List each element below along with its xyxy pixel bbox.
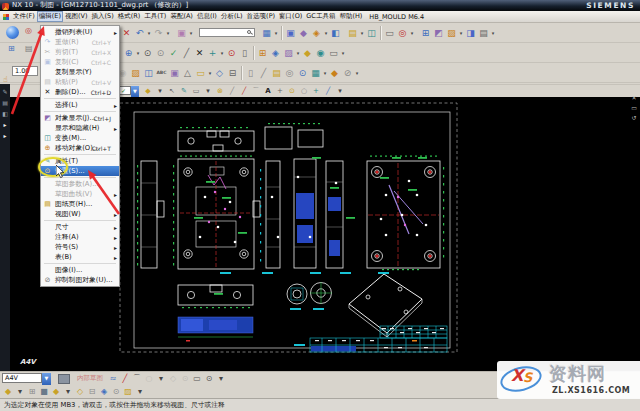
toolbar-icon[interactable]: ▣ [168,64,181,82]
custom-menu-label[interactable]: HB_MOULD M6.4 [369,13,424,21]
select-arrow-icon[interactable]: ↖ [166,85,178,97]
sphere-tool-icon[interactable] [6,26,19,39]
snap-circle-icon[interactable]: ○ [298,85,310,97]
snap-line-icon[interactable]: ╱ [322,85,334,97]
dropdown-arrow-icon[interactable]: ▾ [354,64,360,82]
toolbar-icon[interactable]: ⊙ [296,64,309,82]
edit-menu-item[interactable]: 符号(S)▸ [41,242,119,252]
edit-menu-item[interactable]: ⊕移动对象(O)...Ctrl+T [41,143,119,153]
grid-tool-icon[interactable]: ⊞ [8,44,15,53]
toolbar-icon[interactable]: ▨ [282,44,295,62]
toolbar-icon[interactable]: ◇ [213,64,226,82]
toolbar-icon[interactable]: ▭ [194,64,207,82]
resource-bar-icon[interactable]: ◧ [2,110,8,117]
toolbar-icon[interactable]: ◆ [301,44,314,62]
resource-bar-icon[interactable]: ▤ [2,99,8,106]
toolbar-icon[interactable]: ⊟ [226,64,239,82]
undo-icon[interactable]: ↶ [133,24,146,42]
solid-tool-icon[interactable]: ◇ [74,386,86,398]
arc-icon[interactable]: ⌒ [131,373,143,385]
grid-icon[interactable]: ⊞ [26,386,38,398]
toolbar-icon[interactable]: ⊟ [86,386,98,398]
polygon-icon[interactable]: ◇ [167,373,179,385]
dropdown-arrow-icon[interactable]: ▾ [62,386,74,398]
toolbar-icon[interactable]: ╱ [180,44,193,62]
target-icon[interactable]: ◎ [25,26,32,35]
toolbar-icon[interactable]: ▤ [270,64,283,82]
snap-text-icon[interactable]: A [262,85,274,97]
toolbar-icon[interactable]: ◨ [464,24,477,42]
snap-point-icon[interactable]: + [310,85,322,97]
toolbar-icon[interactable]: ▨ [129,64,142,82]
zoom-icon[interactable]: ⊙ [154,44,167,62]
dropdown-arrow-icon[interactable]: ▾ [134,386,146,398]
circle-center-icon[interactable]: ⊙ [203,373,215,385]
toolbar-icon[interactable]: ⊞ [256,44,269,62]
toolbar-icon[interactable]: ◈ [269,44,282,62]
window-layout-icon[interactable]: ▦ [260,24,273,42]
menu-item-8[interactable]: 信息(I) [195,11,219,22]
abc-annotation-icon[interactable]: ABC [155,64,168,82]
toolbar-icon[interactable]: ◧ [329,24,342,42]
edit-menu-item[interactable]: 撤销列表(U)▸ [41,27,119,37]
solid-tool-icon[interactable]: ◆ [2,386,14,398]
toolbar-icon[interactable]: ◎ [283,64,296,82]
toolbar-icon[interactable]: ◉ [314,44,327,62]
toolbar-icon[interactable]: ⊕ [122,44,135,62]
dropdown-arrow-icon[interactable]: ▾ [334,85,346,97]
dropdown-arrow-icon[interactable]: ▾ [154,85,166,97]
snap-point-icon[interactable]: ◆ [142,85,154,97]
edit-menu-item[interactable]: 表(B)▸ [41,252,119,262]
toolbar-icon[interactable]: ◆ [328,64,341,82]
search-input[interactable] [203,29,247,36]
edit-menu-item[interactable]: 选择(L)▸ [41,100,119,110]
menu-item-9[interactable]: 分析(L) [219,11,245,22]
toolbar-icon[interactable]: ◆ [297,24,310,42]
menu-item-6[interactable]: 工具(T) [142,11,168,22]
snap-combo-dropdown-button[interactable]: ▼ [131,86,139,97]
toolbar-icon[interactable]: ▨ [445,24,458,42]
snap-line-icon[interactable]: ╱ [238,85,250,97]
delete-icon[interactable]: ✕ [120,24,133,42]
toolbar-icon[interactable]: ⊘ [341,64,354,82]
snap-intersection-icon[interactable]: ⊗ [214,85,226,97]
dropdown-arrow-icon[interactable]: ▾ [188,24,194,42]
toolbar-icon[interactable]: ◎ [396,24,409,42]
edit-menu-item[interactable]: ◫变换(M)... [41,133,119,143]
dropdown-arrow-icon[interactable]: ▾ [14,386,26,398]
menu-item-2[interactable]: 编辑(E) [37,11,63,22]
toolbar-icon[interactable]: ▤ [346,24,359,42]
snap-center-icon[interactable]: ⊙ [286,85,298,97]
view-combo[interactable]: A4V ▼ [2,373,51,385]
zoom-icon[interactable]: ⊙ [141,44,154,62]
toolbar-icon[interactable]: ◈ [98,386,110,398]
dropdown-arrow-icon[interactable]: ▾ [490,24,496,42]
snap-midpoint-icon[interactable]: + [274,85,286,97]
redo-icon[interactable]: ↷ [152,24,165,42]
edit-menu-item[interactable]: 视图(W)▸ [41,209,119,219]
close-icon[interactable]: ✕ [193,44,206,62]
rectangle-icon[interactable]: ▭ [191,373,203,385]
menu-item-10[interactable]: 首选项(P) [245,11,278,22]
check-icon[interactable]: ✓ [167,44,180,62]
view-combo-field[interactable]: A4V [2,373,42,383]
toolbar-icon[interactable]: ▣ [284,24,297,42]
solid-tool-icon[interactable]: ◆ [50,386,62,398]
menu-item-7[interactable]: 装配(A) [168,11,195,22]
toolbar-icon[interactable]: ╱ [257,64,270,82]
menu-item-4[interactable]: 插入(S) [90,11,116,22]
resource-bar-expand-arrow-icon[interactable]: ▸ [3,121,6,128]
toolbar-icon[interactable]: ▯ [244,64,257,82]
scale-value-field[interactable]: 1.00 [12,66,38,76]
sketch-plane-icon[interactable] [58,374,70,384]
edit-menu-item[interactable]: ✕删除(D)...Ctrl+D [41,87,119,97]
menu-item-11[interactable]: 窗口(O) [277,11,304,22]
point-icon[interactable]: ⊙ [179,373,191,385]
menu-item-13[interactable]: 帮助(H) [337,11,364,22]
toolbar-icon[interactable]: △ [181,64,194,82]
toolbar-icon[interactable]: ▭ [383,24,396,42]
resource-bar-expand-arrow-icon[interactable]: ▸ [3,132,6,139]
line-icon[interactable]: ╱ [119,373,131,385]
thumb-up-icon[interactable]: ☝ [3,75,8,84]
dropdown-arrow-icon[interactable]: ▾ [215,373,227,385]
